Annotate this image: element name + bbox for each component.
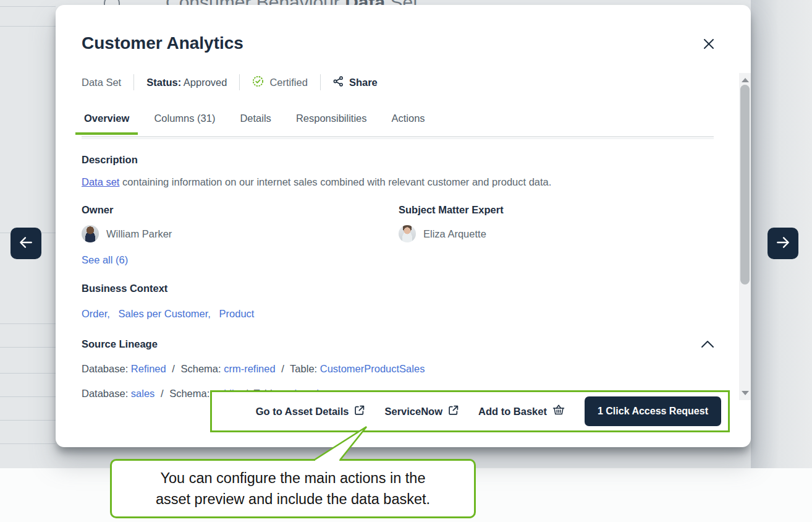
owner-person: William Parker [82,225,172,242]
owner-name: William Parker [106,228,172,240]
background-table-line [0,26,56,27]
callout-tooltip: You can configure the main actions in th… [110,459,476,518]
sme-person: Eliza Arquette [399,225,486,242]
certified-label: Certified [269,77,307,88]
business-context-link-order[interactable]: Order, [82,308,110,319]
sme-heading: Subject Matter Expert [399,204,504,216]
tab-separator-shadow [82,138,714,139]
scrollbar-up-arrow-icon[interactable] [742,78,749,82]
asset-type-label: Data Set [82,77,121,88]
meta-row: Data Set Status: Approved Certified Shar… [82,74,378,90]
business-context-link-sales-per-customer[interactable]: Sales per Customer, [118,308,210,319]
source-lineage-heading: Source Lineage [82,338,158,350]
previous-asset-button[interactable] [11,228,41,259]
background-table-line [0,396,56,397]
next-asset-button[interactable] [768,228,798,259]
business-context-link-product[interactable]: Product [219,308,255,319]
tab-details[interactable]: Details [231,113,279,135]
see-all-link-wrap: See all (6) [82,254,128,266]
background-table-line [0,347,56,348]
modal-title: Customer Analytics [82,33,243,53]
status-text: Status: Approved [146,77,227,88]
lineage-separator: / [281,363,284,374]
lineage-table-link[interactable]: CustomerProductSales [320,363,425,374]
share-label: Share [349,77,378,88]
business-context-links: Order, Sales per Customer, Product [82,308,260,320]
tab-columns[interactable]: Columns (31) [145,113,224,135]
background-table-line [0,420,56,421]
one-click-access-request-button[interactable]: 1 Click Access Request [585,396,721,426]
external-link-icon [448,405,459,418]
description-heading: Description [82,154,138,166]
lineage-schema-link[interactable]: crm-refined [224,363,275,374]
scrollbar[interactable] [739,73,751,400]
background-table-line [0,323,56,324]
lineage-separator: / [161,388,164,399]
sme-name: Eliza Arquette [423,228,486,240]
asset-preview-modal: Customer Analytics Data Set Status: Appr… [56,5,751,447]
table-label: Table: [290,363,317,374]
arrow-right-icon [775,234,791,253]
chevron-up-icon [700,340,715,351]
seal-check-icon [252,75,264,90]
arrow-left-icon [18,234,34,253]
background-table-line [0,6,56,7]
divider [133,74,134,90]
description-text: Data set containing information on our i… [82,176,669,188]
description-body: containing information on our internet s… [119,176,551,187]
db-label: Database: [82,388,128,399]
schema-label: Schema: [169,388,209,399]
callout-line-1: You can configure the main actions in th… [161,468,426,489]
certified-badge: Certified [252,75,307,90]
background-table-line [0,443,56,444]
scrollbar-down-arrow-icon[interactable] [742,391,749,395]
divider [239,74,240,90]
owner-avatar [82,225,99,242]
callout-line-2: asset preview and include the data baske… [156,489,430,510]
close-icon [702,37,716,53]
schema-label: Schema: [180,363,221,374]
asset-details-label: Go to Asset Details [256,406,349,417]
lineage-db-link[interactable]: Refined [131,363,166,374]
action-bar: Go to Asset Details ServiceNow Add to Ba… [210,390,730,432]
tab-responsibilities[interactable]: Responsibilities [287,113,376,135]
collapse-section-button[interactable] [700,339,715,351]
tab-actions[interactable]: Actions [383,113,434,135]
business-context-heading: Business Context [82,283,167,294]
lineage-separator: / [172,363,175,374]
owner-heading: Owner [82,204,113,216]
add-to-basket-button[interactable]: Add to Basket [478,404,565,418]
tab-bar: Overview Columns (31) Details Responsibi… [75,113,434,135]
external-link-icon [354,405,365,418]
status-value: Approved [181,77,227,88]
servicenow-button[interactable]: ServiceNow [384,405,459,418]
lineage-db-link[interactable]: sales [131,388,155,399]
status-label: Status: [146,77,181,88]
close-button[interactable] [700,36,718,54]
go-to-asset-details-button[interactable]: Go to Asset Details [256,405,365,418]
servicenow-label: ServiceNow [384,406,442,417]
data-set-link[interactable]: Data set [82,176,119,187]
share-button[interactable]: Share [333,76,378,89]
tab-separator [82,136,714,137]
divider [320,74,321,90]
background-table-line [0,373,56,374]
db-label: Database: [82,363,128,374]
shopping-basket-icon [552,404,565,418]
lineage-row-1: Database: Refined / Schema: crm-refined … [82,363,425,375]
tab-overview[interactable]: Overview [75,113,138,135]
page: Consumer Behaviour Data Set Customer Ana… [0,0,812,522]
share-nodes-icon [333,76,344,89]
see-all-link[interactable]: See all (6) [82,254,128,265]
callout-pointer [303,421,383,467]
basket-label: Add to Basket [478,406,547,417]
scrollbar-thumb[interactable] [740,85,750,285]
sme-avatar [399,225,416,242]
